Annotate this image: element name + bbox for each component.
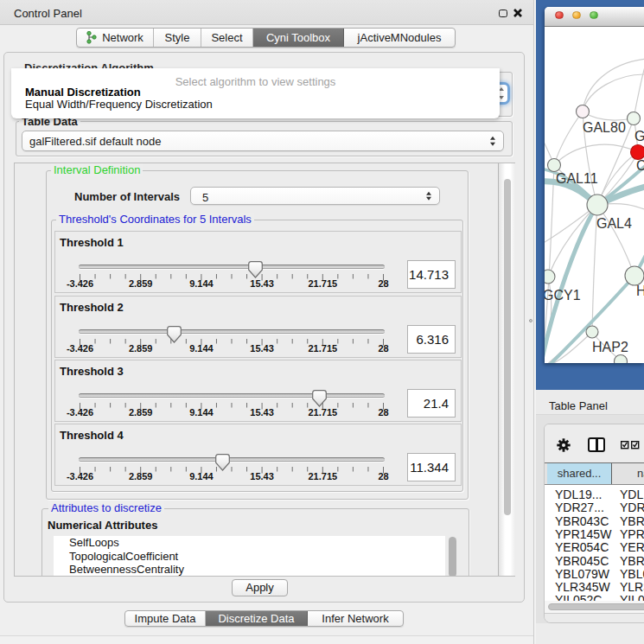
svg-text:GAL80: GAL80 bbox=[583, 120, 626, 135]
svg-text:HAP2: HAP2 bbox=[592, 340, 628, 354]
svg-text:GAL4: GAL4 bbox=[596, 216, 632, 231]
svg-text:H: H bbox=[636, 284, 644, 298]
svg-text:GAL11: GAL11 bbox=[556, 171, 598, 186]
svg-text:GCY1: GCY1 bbox=[545, 288, 581, 303]
svg-text:GA: GA bbox=[634, 129, 644, 143]
svg-text:C: C bbox=[636, 158, 644, 173]
